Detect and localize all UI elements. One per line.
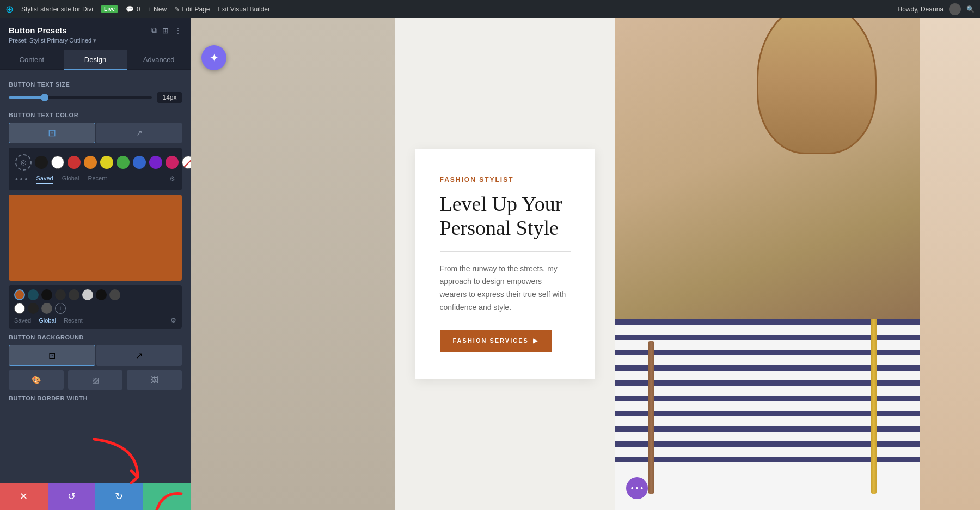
swatch-tab-recent[interactable]: Recent [88,175,107,184]
color-picker-cursor-btn[interactable]: ↗ [96,123,182,143]
swatch-dots[interactable]: • • • [15,175,27,184]
swatch-pink[interactable] [166,156,179,169]
left-panel: Button Presets ⧉ ⊞ ⋮ Preset: Stylist Pri… [0,18,191,510]
bottom-swatches-row2: + [14,303,176,314]
card-cta-button[interactable]: FASHION SERVICES ▶ [440,330,552,352]
swatch-transparent[interactable] [182,156,191,169]
bottom-swatch-black2[interactable] [28,303,39,314]
page-center-section: FASHION STYLIST Level Up Your Personal S… [395,18,615,510]
bottom-swatch-white[interactable] [14,303,25,314]
bottom-tab-recent[interactable]: Recent [64,317,83,324]
edit-page-link[interactable]: ✎ Edit Page [174,5,210,13]
bg-gradient-btn[interactable]: ▨ [68,370,123,390]
copy-icon[interactable]: ⧉ [151,26,157,35]
bg-color-picker-header: ⊡ ↗ [9,345,182,366]
bottom-swatch-dark-gray[interactable] [55,289,66,300]
bottom-swatch-light-gray[interactable] [82,289,93,300]
top-bar-right: Howdy, Deanna 🔍 [898,3,975,15]
color-swatches-top: ◎ [15,154,175,171]
swatch-purple[interactable] [149,156,162,169]
bottom-tab-saved[interactable]: Saved [14,317,31,324]
bottom-swatch-gear-icon[interactable]: ⚙ [170,317,176,324]
bg-type-buttons: 🎨 ▨ 🖼 [9,370,182,390]
wp-logo-icon[interactable]: ⊕ [5,3,14,15]
bottom-swatch-tabs: Saved Global Recent ⚙ [14,317,176,324]
panel-content: Button Text Size 14px Button Text Color … [0,70,191,483]
swatch-orange[interactable] [84,156,97,169]
panel-preset: Preset: Stylist Primary Outlined ▾ [9,37,182,44]
layout-icon[interactable]: ⊞ [162,26,169,35]
bottom-swatch-orange-brown[interactable] [14,289,25,300]
bag-strap [648,341,654,494]
swatch-black[interactable] [35,156,48,169]
redo-button[interactable]: ↻ [95,483,143,510]
site-name-link[interactable]: Stylist starter site for Divi [21,5,93,13]
monitor-icon: ⊡ [48,127,56,139]
bottom-swatch-black[interactable] [41,289,52,300]
save-button[interactable]: ✓ [143,483,191,510]
main-layout: Button Presets ⧉ ⊞ ⋮ Preset: Stylist Pri… [0,18,980,510]
swatch-yellow[interactable] [100,156,113,169]
divi-float-button[interactable]: ✦ [201,45,226,70]
swatch-green[interactable] [117,156,130,169]
card-description: From the runway to the streets, my appro… [440,263,571,314]
undo-button[interactable]: ↺ [48,483,96,510]
add-swatch-button[interactable]: + [55,303,66,314]
bg-color-btn[interactable]: 🎨 [9,370,64,390]
color-swatches-container: ◎ • • • Saved Global [9,148,182,190]
bottom-swatch-teal-dark[interactable] [28,289,39,300]
slider-value[interactable]: 14px [157,92,182,103]
comment-icon: 💬 [126,5,134,13]
more-options-button[interactable]: • • • [626,477,648,499]
card-button-label: FASHION SERVICES [453,337,529,344]
search-icon[interactable]: 🔍 [966,5,975,13]
color-picker-header: ⊡ ↗ [9,123,182,143]
save-icon: ✓ [163,490,171,502]
page-content: FASHION STYLIST Level Up Your Personal S… [191,18,980,510]
swatch-tab-saved[interactable]: Saved [36,175,53,184]
new-link[interactable]: + New [148,5,167,13]
swatch-gear-icon[interactable]: ⚙ [169,175,175,184]
comment-link[interactable]: 💬 0 [126,5,140,13]
tab-design[interactable]: Design [64,50,127,70]
panel-tabs: Content Design Advanced [0,50,191,70]
more-dots-icon: • • • [631,484,643,493]
bottom-swatch-gray-dark[interactable] [109,289,120,300]
more-icon[interactable]: ⋮ [174,26,182,35]
swatch-white[interactable] [51,156,64,169]
cancel-button[interactable]: ✕ [0,483,48,510]
slider-fill [9,96,45,99]
rack-pole [871,319,877,494]
bg-color-picker-monitor-btn[interactable]: ⊡ [9,345,95,366]
bottom-swatch-charcoal[interactable] [69,289,79,300]
tab-content[interactable]: Content [0,50,64,70]
color-palette-icon[interactable]: ◎ [15,154,32,171]
fill-icon: 🎨 [32,375,41,384]
swatch-tab-global[interactable]: Global [62,175,79,184]
palette-symbol: ◎ [21,159,26,166]
bottom-swatch-near-black[interactable] [96,289,107,300]
user-avatar[interactable] [949,3,961,15]
bottom-swatch-gray2[interactable] [41,303,52,314]
cursor-icon: ↗ [136,129,143,137]
bg-cursor-icon: ↗ [136,350,143,361]
shirt-area [615,319,920,510]
fashion-card: FASHION STYLIST Level Up Your Personal S… [415,149,595,379]
swatch-red[interactable] [68,156,81,169]
slider-thumb[interactable] [41,94,48,101]
tab-advanced[interactable]: Advanced [127,50,191,70]
button-border-width-label: Button Border Width [9,395,182,402]
bg-image-btn[interactable]: 🖼 [127,370,182,390]
undo-icon: ↺ [68,490,76,502]
exit-builder-link[interactable]: Exit Visual Builder [217,5,270,13]
bg-color-picker-cursor-btn[interactable]: ↗ [96,345,182,366]
color-picker-monitor-btn[interactable]: ⊡ [9,123,95,143]
top-bar-left: ⊕ Stylist starter site for Divi Live 💬 0… [5,3,270,15]
bottom-toolbar: ✕ ↺ ↻ ✓ [0,483,191,510]
card-divider [440,251,571,252]
top-bar: ⊕ Stylist starter site for Divi Live 💬 0… [0,0,980,18]
text-size-slider-row: 14px [9,92,182,103]
bottom-tab-global[interactable]: Global [39,317,56,324]
live-badge: Live [101,5,118,13]
swatch-blue[interactable] [133,156,146,169]
